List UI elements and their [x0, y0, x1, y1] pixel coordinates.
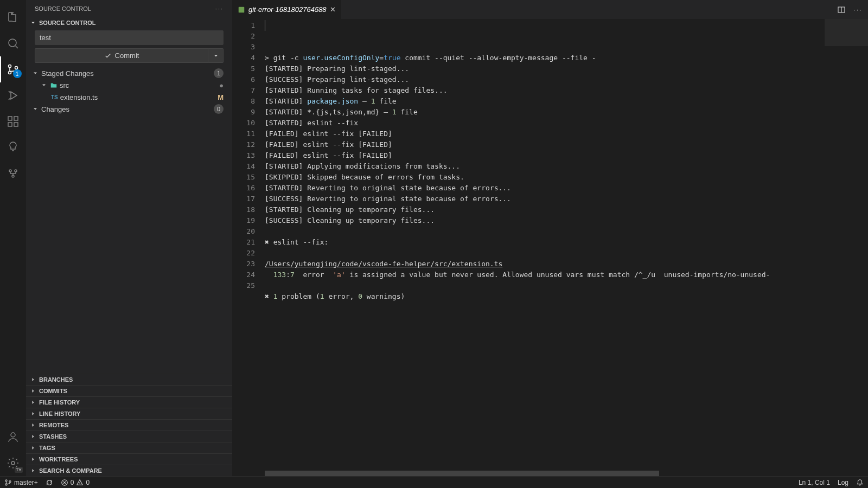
- code-line[interactable]: [265, 280, 825, 291]
- folder-row[interactable]: src ●: [26, 79, 232, 91]
- editor-tab[interactable]: git-error-1681802764588 ✕: [232, 0, 342, 19]
- chevron-right-icon: [29, 410, 37, 417]
- file-status: M: [218, 93, 224, 101]
- collapsed-section-label: WORKTREES: [39, 456, 78, 463]
- code-line[interactable]: 133:7 error 'a' is assigned a value but …: [265, 269, 825, 280]
- activity-extra-1[interactable]: [0, 134, 26, 160]
- activity-source-control[interactable]: 1: [0, 56, 26, 82]
- code-line[interactable]: [STARTED] *.{js,ts,json,md} — 1 file: [265, 107, 825, 118]
- activity-bar: 1 TY: [0, 0, 26, 476]
- activity-extra-2[interactable]: [0, 160, 26, 187]
- status-bell[interactable]: [856, 479, 864, 486]
- collapsed-section[interactable]: FILE HISTORY: [26, 396, 232, 408]
- svg-point-1: [8, 65, 11, 68]
- sidebar-more-icon[interactable]: ···: [215, 5, 224, 12]
- scrollbar-thumb[interactable]: [265, 471, 659, 476]
- code-line[interactable]: [STARTED] Reverting to original state be…: [265, 183, 825, 194]
- chevron-right-icon: [29, 376, 37, 383]
- collapsed-section[interactable]: BRANCHES: [26, 374, 232, 385]
- code-line[interactable]: [265, 226, 825, 237]
- settings-badge: TY: [15, 467, 22, 473]
- activity-run-debug[interactable]: [0, 82, 26, 108]
- code-line[interactable]: [SKIPPED] Skipped because of errors from…: [265, 172, 825, 183]
- activity-account[interactable]: [0, 424, 26, 450]
- activity-extensions[interactable]: [0, 108, 26, 134]
- activity-explorer[interactable]: [0, 4, 26, 30]
- code-line[interactable]: [SUCCESS] Reverting to original state be…: [265, 194, 825, 204]
- code-line[interactable]: ✖ 1 problem (1 error, 0 warnings): [265, 291, 825, 302]
- status-sync[interactable]: [46, 479, 53, 486]
- code-line[interactable]: [FAILED] eslint --fix [FAILED]: [265, 150, 825, 161]
- code-line[interactable]: > git -c user.useConfigOnly=true commit …: [265, 53, 825, 63]
- code-line[interactable]: [STARTED] Cleaning up temporary files...: [265, 204, 825, 215]
- staged-count: 1: [214, 68, 224, 78]
- file-row[interactable]: TS extension.ts M: [26, 91, 232, 103]
- close-icon[interactable]: ✕: [330, 5, 336, 14]
- file-icon: [238, 6, 245, 14]
- scm-badge: 1: [13, 69, 22, 78]
- sync-icon: [46, 479, 53, 486]
- branch-icon: [4, 479, 12, 486]
- editor-body[interactable]: 1234567891011121314151617181920212223242…: [232, 19, 868, 471]
- status-bar: master+ 0 0 Ln 1, Col 1 Log: [0, 476, 868, 488]
- code-line[interactable]: [STARTED] Running tasks for staged files…: [265, 85, 825, 96]
- svg-point-3: [15, 67, 17, 69]
- code-line[interactable]: [STARTED] package.json — 1 file: [265, 96, 825, 107]
- code-line[interactable]: [FAILED] eslint --fix [FAILED]: [265, 139, 825, 150]
- chevron-right-icon: [29, 433, 37, 440]
- commit-button[interactable]: Commit: [35, 48, 208, 63]
- code-line[interactable]: [265, 248, 825, 259]
- code-line[interactable]: /Users/yutengjing/code/vscode-fe-helper/…: [265, 259, 825, 269]
- code-line[interactable]: [STARTED] Applying modifications from ta…: [265, 161, 825, 172]
- code-line[interactable]: [STARTED] Preparing lint-staged...: [265, 63, 825, 74]
- collapsed-section[interactable]: TAGS: [26, 442, 232, 453]
- svg-point-9: [15, 170, 17, 172]
- more-tabs-icon[interactable]: ···: [853, 5, 863, 14]
- status-log[interactable]: Log: [838, 479, 848, 486]
- svg-point-8: [9, 170, 11, 172]
- svg-point-15: [5, 479, 7, 481]
- changes-group[interactable]: Changes 0: [26, 103, 232, 115]
- code-line[interactable]: [SUCCESS] Preparing lint-staged...: [265, 74, 825, 85]
- collapsed-section[interactable]: LINE HISTORY: [26, 408, 232, 419]
- chevron-right-icon: [29, 422, 37, 428]
- code-line[interactable]: [265, 313, 825, 324]
- status-cursor-position[interactable]: Ln 1, Col 1: [799, 479, 830, 486]
- folder-icon: [50, 81, 58, 89]
- commit-dropdown[interactable]: [208, 48, 224, 63]
- activity-settings[interactable]: TY: [0, 450, 26, 476]
- sidebar-title: SOURCE CONTROL: [35, 5, 91, 12]
- collapsed-section[interactable]: WORKTREES: [26, 453, 232, 465]
- staged-label: Staged Changes: [41, 69, 94, 78]
- collapsed-section-label: TAGS: [39, 445, 55, 451]
- svg-point-10: [12, 175, 14, 177]
- status-problems[interactable]: 0 0: [61, 479, 90, 486]
- svg-rect-6: [8, 123, 12, 126]
- chevron-down-icon: [29, 20, 37, 26]
- commit-message-input[interactable]: [35, 30, 224, 45]
- log-label: Log: [838, 479, 848, 486]
- svg-rect-7: [14, 123, 18, 126]
- status-branch[interactable]: master+: [4, 479, 38, 486]
- code-line[interactable]: [265, 302, 825, 313]
- horizontal-scrollbar[interactable]: [232, 471, 868, 476]
- collapsed-section[interactable]: COMMITS: [26, 385, 232, 396]
- tabs-bar: git-error-1681802764588 ✕ ···: [232, 0, 868, 19]
- code-line[interactable]: ✖ eslint --fix:: [265, 237, 825, 248]
- code-content[interactable]: > git -c user.useConfigOnly=true commit …: [265, 19, 825, 471]
- activity-search[interactable]: [0, 30, 26, 56]
- sc-repo-header[interactable]: SOURCE CONTROL: [26, 17, 232, 28]
- collapsed-section[interactable]: SEARCH & COMPARE: [26, 465, 232, 476]
- minimap[interactable]: [825, 19, 868, 471]
- code-line[interactable]: [STARTED] eslint --fix: [265, 118, 825, 129]
- minimap-viewport[interactable]: [825, 19, 868, 46]
- split-editor-icon[interactable]: [837, 5, 846, 14]
- collapsed-section[interactable]: REMOTES: [26, 419, 232, 431]
- collapsed-section-label: SEARCH & COMPARE: [39, 467, 102, 474]
- code-line[interactable]: [FAILED] eslint --fix [FAILED]: [265, 129, 825, 139]
- staged-changes-group[interactable]: Staged Changes 1: [26, 67, 232, 79]
- collapsed-section[interactable]: STASHES: [26, 431, 232, 442]
- code-line[interactable]: [SUCCESS] Cleaning up temporary files...: [265, 215, 825, 226]
- sidebar-collapsed-sections: BRANCHESCOMMITSFILE HISTORYLINE HISTORYR…: [26, 373, 232, 476]
- svg-rect-4: [8, 117, 12, 120]
